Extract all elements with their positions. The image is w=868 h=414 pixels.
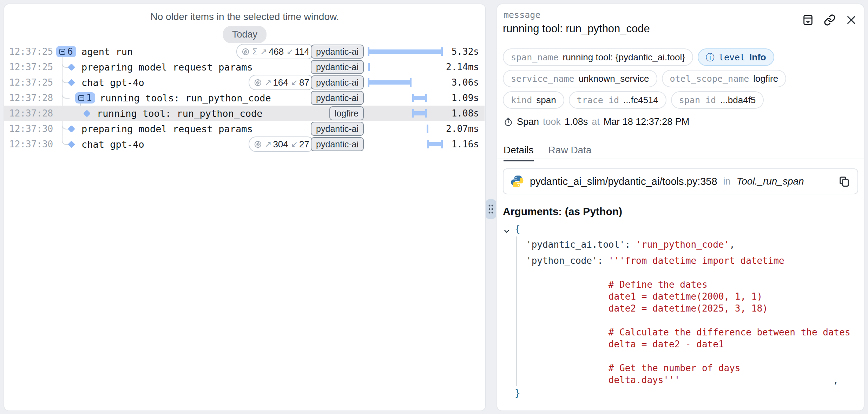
span-diamond-icon — [68, 140, 75, 148]
tag-key: level — [719, 52, 745, 62]
span-duration: 3.06s — [452, 77, 479, 88]
timeline-track — [368, 94, 442, 102]
span-diamond-icon — [68, 79, 75, 86]
summary-word: at — [592, 116, 600, 127]
today-button[interactable]: Today — [223, 26, 267, 43]
attribute-tag-pill[interactable]: trace_id ...fc4514 — [569, 91, 666, 109]
source-function-name: Tool._run_span — [737, 176, 804, 187]
attribute-tags: span_name running tool: {pydantic_ai.too… — [503, 48, 786, 109]
summary-timestamp: Mar 18 12:37:28 PM — [604, 116, 690, 127]
scope-badge: pydantic-ai — [311, 137, 364, 151]
span-label: preparing model request params — [81, 123, 253, 134]
span-detail-title: running tool: run_python_code — [503, 22, 650, 35]
scope-badge: pydantic-ai — [311, 91, 364, 105]
trace-row[interactable]: 12:37:25 6 agent run Σ ↗468 ↙114 pydanti… — [4, 44, 485, 59]
attribute-tag-pill[interactable]: otel_scope_name logfire — [662, 70, 787, 87]
summary-duration: 1.08s — [565, 116, 588, 127]
close-panel-button[interactable] — [846, 14, 857, 26]
tag-value: Info — [749, 52, 766, 63]
row-timestamp: 12:37:25 — [9, 62, 53, 72]
attribute-tag-pill[interactable]: span_id ...bda4f5 — [671, 91, 764, 109]
timeline-bar — [428, 142, 442, 146]
source-in-label: in — [723, 176, 731, 187]
attribute-tag-pill[interactable]: kind span — [503, 91, 564, 109]
tag-key: span_id — [679, 95, 716, 105]
tokens-in-icon: ↙ — [287, 47, 293, 56]
summary-word: Span — [517, 116, 539, 127]
coin-icon — [254, 140, 262, 148]
tag-value: ...bda4f5 — [720, 95, 756, 106]
tab-details[interactable]: Details — [504, 142, 534, 159]
tokens-out-icon: ↗ — [261, 47, 267, 56]
row-timestamp: 12:37:25 — [9, 77, 53, 88]
tag-value: span — [536, 95, 556, 106]
tokens-in-count: 114 — [295, 46, 309, 57]
row-timestamp: 12:37:28 — [9, 108, 53, 119]
row-timestamp: 12:37:28 — [9, 93, 53, 103]
arguments-code-block: { 'pydantic_ai.tool': 'run_python_code',… — [503, 222, 858, 400]
tokens-out-count: 468 — [269, 46, 284, 57]
link-icon — [824, 14, 836, 26]
coin-icon — [242, 48, 250, 56]
span-duration: 1.08s — [452, 108, 479, 119]
row-timestamp: 12:37:30 — [9, 123, 53, 134]
span-diamond-icon — [68, 63, 75, 71]
child-count: 6 — [67, 46, 73, 57]
span-summary-line: Span took 1.08s at Mar 18 12:37:28 PM — [504, 116, 689, 127]
span-duration: 2.07ms — [446, 123, 479, 134]
timeline-track — [368, 78, 442, 87]
scope-badge: pydantic-ai — [311, 60, 364, 74]
arguments-heading: Arguments: (as Python) — [503, 206, 622, 218]
scope-badge: pydantic-ai — [311, 45, 364, 59]
tab-raw-data[interactable]: Raw Data — [548, 142, 592, 159]
timeline-bar — [368, 49, 442, 54]
trace-row[interactable]: 12:37:30 preparing model request params … — [4, 121, 485, 136]
collapse-expander-badge[interactable]: 1 — [75, 92, 95, 104]
detail-tabs: Details Raw Data — [497, 142, 864, 159]
panel-resize-handle[interactable] — [486, 199, 496, 219]
timeline-bar — [413, 111, 427, 115]
collapse-expander-badge[interactable]: 6 — [56, 46, 76, 57]
timeline-bar — [368, 63, 370, 71]
attribute-tag-pill[interactable]: ⓘ level Info — [698, 48, 774, 66]
attribute-tag-pill[interactable]: span_name running tool: {pydantic_ai.too… — [503, 48, 693, 66]
collapse-minus-icon — [78, 95, 84, 101]
timeline-track — [368, 63, 442, 71]
summary-word: took — [543, 116, 561, 127]
tokens-out-count: 304 — [273, 139, 288, 150]
trace-row[interactable]: 12:37:25 preparing model request params … — [4, 59, 485, 75]
scope-badge: pydantic-ai — [311, 75, 364, 89]
span-label: agent run — [81, 46, 133, 57]
trace-row[interactable]: 12:37:25 chat gpt-4o ↗164 ↙87 pydantic-a… — [4, 75, 485, 90]
grip-dots-icon — [488, 203, 494, 215]
tokens-in-count: 87 — [299, 77, 309, 88]
tag-key: trace_id — [577, 95, 619, 105]
info-icon: ⓘ — [706, 53, 715, 62]
code-entry: 'pydantic_ai.tool': 'run_python_code', — [526, 236, 858, 253]
archive-panel-button[interactable] — [802, 14, 814, 26]
span-label: chat gpt-4o — [81, 77, 144, 88]
tokens-in-count: 27 — [299, 139, 309, 150]
trace-row[interactable]: 12:37:28 running tool: run_python_code l… — [4, 106, 485, 121]
trace-row[interactable]: 12:37:28 1 running tools: run_python_cod… — [4, 90, 485, 106]
copy-link-button[interactable] — [824, 14, 836, 26]
tag-key: span_name — [511, 52, 558, 62]
stopwatch-icon — [504, 117, 513, 127]
python-logo-icon — [511, 175, 524, 188]
span-label: chat gpt-4o — [81, 139, 144, 150]
trace-row[interactable]: 12:37:30 chat gpt-4o ↗304 ↙27 pydantic-a… — [4, 136, 485, 152]
span-diamond-icon — [68, 125, 75, 132]
tag-key: service_name — [511, 74, 574, 84]
token-usage-badge: ↗304 ↙27 — [249, 136, 315, 152]
timeline-bar — [368, 80, 411, 85]
span-duration: 1.16s — [452, 139, 479, 149]
sum-sigma-icon: Σ — [252, 47, 258, 56]
copy-source-button[interactable] — [838, 175, 850, 188]
collapse-chevron-icon[interactable] — [503, 225, 511, 239]
empty-timewindow-notice: No older items in the selected time wind… — [4, 11, 485, 22]
attribute-tag-pill[interactable]: service_name unknown_service — [503, 70, 657, 87]
span-label: running tools: run_python_code — [100, 93, 271, 104]
source-file-path: pydantic_ai_slim/pydantic_ai/tools.py:35… — [530, 176, 717, 187]
code-entry: 'python_code': '''from datetime import d… — [526, 253, 858, 386]
timeline-track — [368, 140, 442, 148]
